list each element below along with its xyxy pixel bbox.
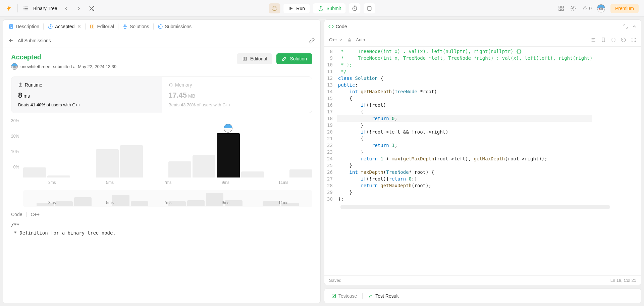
close-icon[interactable]: ✕ xyxy=(77,24,81,29)
left-tabs: Description Accepted ✕ Editorial Solutio… xyxy=(3,20,320,33)
problem-title[interactable]: Binary Tree xyxy=(33,6,57,11)
memory-metric[interactable]: Memory 17.45 MB Beats 43.78% of users wi… xyxy=(162,77,312,113)
chart-yaxis: 30%20%10%0% xyxy=(11,117,20,177)
subheader-title[interactable]: All Submissions xyxy=(18,38,51,43)
svg-rect-10 xyxy=(170,84,172,86)
maximize-icon[interactable] xyxy=(623,24,628,29)
reset-icon[interactable] xyxy=(621,37,626,43)
lock-icon xyxy=(347,38,352,42)
editor-gutter: 8910111213141516171819202122232425262728… xyxy=(324,47,337,204)
tab-accepted[interactable]: Accepted ✕ xyxy=(44,20,85,33)
braces-icon[interactable] xyxy=(611,37,616,43)
dashboard-icon[interactable] xyxy=(558,5,565,12)
submission-content: Accepted 🤖 onewhitethreee submitted at M… xyxy=(3,48,320,303)
top-bar: Binary Tree Run Submit xyxy=(0,0,644,17)
svg-rect-2 xyxy=(368,6,371,10)
chart-bar[interactable] xyxy=(289,169,312,177)
note-icon[interactable] xyxy=(364,3,375,13)
tab-testcase[interactable]: Testcase xyxy=(327,293,361,299)
run-label: Run xyxy=(296,6,305,11)
code-tab-label[interactable]: Code xyxy=(336,24,347,29)
chart-bar[interactable] xyxy=(23,167,46,177)
user-avatar[interactable]: 🤖 xyxy=(11,63,18,70)
code-section-header: Code C++ xyxy=(11,212,312,217)
avatar[interactable]: 🤖 xyxy=(597,4,605,12)
svg-rect-3 xyxy=(559,6,560,8)
status-title: Accepted xyxy=(11,53,116,61)
test-pane: Testcase Test Result xyxy=(324,289,641,303)
settings-icon[interactable] xyxy=(570,5,577,12)
cursor-position: Ln 18, Col 21 xyxy=(610,278,636,283)
svg-rect-4 xyxy=(562,6,564,8)
run-button[interactable]: Run xyxy=(283,4,310,13)
user-marker xyxy=(224,124,232,133)
saved-status: Saved xyxy=(329,278,341,283)
tab-solutions[interactable]: Solutions xyxy=(118,20,153,33)
code-tab-icon xyxy=(328,24,334,29)
chart-bar[interactable] xyxy=(193,155,215,177)
fullscreen-icon[interactable] xyxy=(631,37,636,43)
premium-button[interactable]: Premium xyxy=(610,4,639,13)
logo-icon[interactable] xyxy=(5,4,13,12)
chart-bar[interactable] xyxy=(168,161,191,177)
next-problem-button[interactable] xyxy=(75,4,83,12)
debug-button[interactable] xyxy=(269,3,280,13)
runtime-chart: 30%20%10%0% 3ms5ms7ms9ms11ms 3ms5ms7ms9m… xyxy=(11,117,312,205)
svg-rect-6 xyxy=(562,9,564,10)
format-icon[interactable] xyxy=(591,37,596,43)
chart-bar[interactable] xyxy=(47,175,70,177)
tab-editorial[interactable]: Editorial xyxy=(86,20,118,33)
chart-xaxis: 3ms5ms7ms9ms11ms xyxy=(23,180,312,185)
tab-test-result[interactable]: Test Result xyxy=(364,293,402,299)
bookmark-icon[interactable] xyxy=(601,37,606,43)
metrics-card: Runtime 8 ms Beats 41.40% of users with … xyxy=(11,76,312,113)
code-editor-pane: Code C++ Auto xyxy=(324,19,641,285)
chart-bar[interactable] xyxy=(217,133,239,177)
svg-rect-11 xyxy=(332,294,336,298)
svg-rect-5 xyxy=(559,9,560,10)
submitted-code: /** * Definition for a binary tree node. xyxy=(11,221,312,237)
language-select[interactable]: C++ xyxy=(329,37,343,42)
submit-button[interactable]: Submit xyxy=(313,3,346,13)
divider xyxy=(17,4,18,12)
streak-count: 0 xyxy=(589,6,592,11)
back-button[interactable] xyxy=(8,38,14,43)
solution-button[interactable]: Solution xyxy=(276,53,312,64)
streak-indicator[interactable]: 0 xyxy=(582,6,592,11)
editor-lines[interactable]: * TreeNode(int x) : val(x), left(nullptr… xyxy=(337,47,593,204)
link-icon[interactable] xyxy=(309,38,315,44)
timer-icon[interactable] xyxy=(349,3,361,13)
chart-bar[interactable] xyxy=(96,149,119,177)
chart-bars[interactable] xyxy=(23,117,312,177)
editorial-button[interactable]: Editorial xyxy=(237,53,273,64)
chart-bar[interactable] xyxy=(241,171,264,177)
submit-label: Submit xyxy=(326,6,341,11)
prev-problem-button[interactable] xyxy=(62,4,70,12)
user-link[interactable]: onewhitethreee xyxy=(20,64,50,69)
subheader: All Submissions xyxy=(3,33,320,48)
submission-pane: Description Accepted ✕ Editorial Solutio… xyxy=(3,19,321,303)
code-editor[interactable]: 8910111213141516171819202122232425262728… xyxy=(324,47,641,275)
submitted-at: submitted at May 22, 2024 13:39 xyxy=(53,64,116,69)
chevron-up-icon[interactable] xyxy=(632,24,637,29)
auto-label[interactable]: Auto xyxy=(356,37,365,42)
chart-xaxis-mini: 3ms5ms7ms9ms11ms xyxy=(23,200,312,205)
shuffle-icon[interactable] xyxy=(88,4,96,12)
runtime-metric[interactable]: Runtime 8 ms Beats 41.40% of users with … xyxy=(11,77,162,113)
tab-submissions[interactable]: Submissions xyxy=(154,20,196,33)
svg-point-7 xyxy=(573,7,574,9)
editor-hscrollbar[interactable] xyxy=(340,205,610,209)
chart-bar[interactable] xyxy=(120,145,143,177)
svg-rect-0 xyxy=(273,7,276,10)
tab-description[interactable]: Description xyxy=(4,20,43,33)
problem-list-icon[interactable] xyxy=(22,5,29,11)
